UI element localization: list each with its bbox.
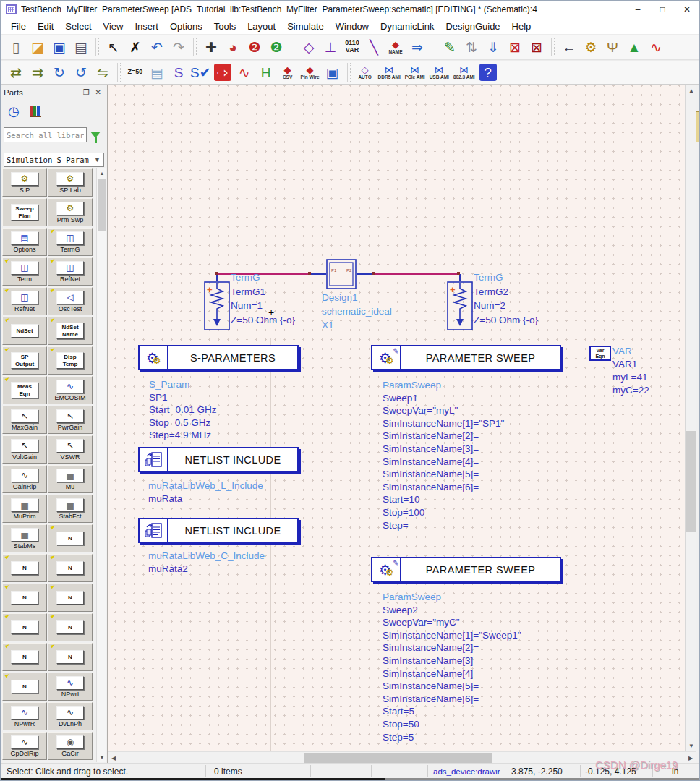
palette-item-smz1[interactable]: N: [48, 584, 93, 612]
palette-item-voltgain[interactable]: ↖VoltGain: [2, 435, 47, 464]
new-design-icon[interactable]: ▯: [6, 37, 26, 57]
rotate-ccw-icon[interactable]: ↺: [71, 62, 91, 82]
palette-item-smgam2[interactable]: N: [2, 554, 47, 582]
palette-item-ndset[interactable]: NdSet: [2, 317, 47, 345]
menu-window[interactable]: Window: [330, 20, 375, 33]
float-panel-icon[interactable]: ❐: [80, 88, 93, 96]
palette-item-npwri[interactable]: ∿NPwrI: [48, 673, 93, 701]
menu-options[interactable]: Options: [164, 20, 208, 33]
palette-item-emcosim[interactable]: ∿EMCOSIM: [48, 376, 93, 404]
parameter-sweep1-controller[interactable]: ⚙⚙✎ PARAMETER SWEEP: [371, 345, 561, 370]
data-display-icon[interactable]: ∿: [646, 37, 666, 57]
netlist-include1-controller[interactable]: NETLIST INCLUDE: [138, 447, 299, 472]
palette-item-yopt[interactable]: N: [48, 643, 93, 671]
palette-item-sm22[interactable]: N: [2, 613, 47, 641]
maximize-button[interactable]: □: [650, 1, 675, 18]
pcie-ami-icon[interactable]: ⋈PCIe AMI: [404, 62, 427, 82]
pin-wire-label-icon[interactable]: ◆Pin Wire: [299, 62, 321, 82]
palette-scrollbar-thumb[interactable]: [98, 179, 106, 231]
vertical-scrollbar-thumb[interactable]: [686, 431, 696, 532]
substrate-editor-icon[interactable]: ▤: [147, 62, 167, 82]
menu-simulate[interactable]: Simulate: [281, 20, 330, 33]
controlled-impedance-line-icon[interactable]: Z=50: [125, 62, 145, 82]
palette-item-smy1[interactable]: N: [48, 554, 93, 582]
menu-select[interactable]: Select: [59, 20, 97, 33]
pan-view-icon[interactable]: ✚: [201, 37, 221, 57]
help-icon[interactable]: ?: [479, 64, 497, 81]
palette-item-gainrip[interactable]: ∿GainRip: [2, 465, 47, 493]
optimize-icon[interactable]: ▲: [624, 37, 644, 57]
zoom-area-icon[interactable]: ◕: [223, 37, 243, 57]
print-icon[interactable]: ▤: [71, 37, 91, 57]
palette-item-ndset-name[interactable]: NdSet Name: [48, 317, 93, 345]
menu-edit[interactable]: Edit: [32, 20, 59, 33]
8023-ami-icon[interactable]: ⋈802.3 AMI: [452, 62, 477, 82]
deactivate-short-icon[interactable]: ⊠: [505, 37, 525, 57]
palette-item-smy2[interactable]: N: [2, 584, 47, 612]
wire-segment[interactable]: [310, 273, 326, 275]
wire-segment[interactable]: [374, 273, 458, 275]
parameter-sweep2-controller[interactable]: ⚙⚙✎ PARAMETER SWEEP: [371, 557, 561, 582]
schematic-canvas[interactable]: + P1 P2 + + TermG TermG1 Num=1 Z=50 Ohm …: [108, 85, 685, 751]
palette-item-smgam1[interactable]: N: [48, 524, 93, 552]
palette-item-osctest[interactable]: ◁OscTest: [48, 287, 93, 315]
delete-icon[interactable]: ✗: [125, 37, 145, 57]
select-pointer-icon[interactable]: ↖: [103, 37, 124, 57]
scroll-down-icon[interactable]: ▼: [97, 752, 107, 762]
close-button[interactable]: ✕: [675, 1, 699, 18]
palette-item-muprim[interactable]: ▅MuPrim: [2, 495, 47, 523]
activate-component-icon[interactable]: ✎: [440, 37, 460, 57]
palette-item-zin[interactable]: N: [2, 643, 47, 671]
zoom-in-x2-icon[interactable]: ❷: [244, 37, 265, 57]
design1-block-symbol[interactable]: P1 P2: [326, 259, 357, 289]
swap-component-icon[interactable]: ⇄: [6, 62, 26, 82]
insert-pin-icon[interactable]: ◇: [299, 37, 319, 57]
recent-components-icon[interactable]: ◷: [8, 105, 20, 118]
menu-help[interactable]: Help: [506, 20, 537, 33]
deactivate-open-icon[interactable]: ⊠: [526, 37, 547, 57]
palette-item-mu[interactable]: ▅Mu: [48, 465, 93, 493]
menu-designguide[interactable]: DesignGuide: [440, 20, 505, 33]
menu-dynamiclink[interactable]: DynamicLink: [375, 20, 440, 33]
canvas-horizontal-scrollbar[interactable]: ◀ ▶: [108, 751, 696, 763]
port-editor-icon[interactable]: ▣: [323, 62, 343, 82]
palette-item-pwrgain[interactable]: ↖PwrGain: [48, 406, 93, 434]
s-parameter-plot-icon[interactable]: ∿: [234, 62, 255, 82]
insert-ground-icon[interactable]: ⊥: [320, 37, 341, 57]
palette-category-dropdown[interactable]: Simulation-S_Param ▼: [4, 153, 104, 167]
scroll-right-icon[interactable]: ▶: [685, 752, 696, 764]
menu-file[interactable]: File: [5, 20, 32, 33]
auto-assign-icon[interactable]: ◇AUTO: [355, 62, 375, 82]
wire-name-icon[interactable]: ◆NAME: [385, 37, 406, 57]
save-design-icon[interactable]: ▣: [49, 37, 69, 57]
zoom-out-x2-icon[interactable]: ❷: [266, 37, 286, 57]
s-parameter-block-icon[interactable]: S: [168, 62, 189, 82]
push-into-hierarchy-icon[interactable]: ←: [559, 37, 579, 57]
rotate-component-icon[interactable]: ↻: [49, 62, 69, 82]
palette-item-options[interactable]: ▤Options: [2, 228, 47, 256]
deactivate-component-icon[interactable]: ⇅: [461, 37, 482, 57]
parts-search-input[interactable]: [4, 127, 87, 142]
netlist-include2-controller[interactable]: NETLIST INCLUDE: [138, 518, 299, 543]
palette-item-vswr[interactable]: ↖VSWR: [48, 435, 93, 464]
palette-item-refnet[interactable]: ◫RefNet: [48, 257, 93, 286]
palette-item-sweep-plan[interactable]: Sweep Plan: [2, 198, 47, 226]
palette-item-disp-temp[interactable]: Disp Temp: [48, 346, 93, 375]
csv-export-icon[interactable]: ◆CSV: [278, 62, 298, 82]
palette-item-gpdelrip[interactable]: ∿GpDelRip: [2, 732, 47, 760]
undo-icon[interactable]: ↶: [147, 37, 167, 57]
scroll-up-icon[interactable]: ▲: [686, 85, 697, 96]
tune-parameters-icon[interactable]: Ψ: [602, 37, 623, 57]
library-browser-icon[interactable]: [30, 106, 41, 117]
palette-item-refnet[interactable]: ◫RefNet: [2, 287, 47, 315]
palette-item-stabfct[interactable]: ▅StabFct: [48, 495, 93, 523]
usb-ami-icon[interactable]: ⋈USB AMI: [428, 62, 451, 82]
scroll-down-icon[interactable]: ▼: [686, 740, 697, 751]
menu-view[interactable]: View: [98, 20, 129, 33]
simulate-icon[interactable]: ⚙: [581, 37, 601, 57]
palette-item-term[interactable]: ◫Term: [2, 257, 47, 286]
palette-item-sp-lab[interactable]: ⚙SP Lab: [48, 168, 93, 197]
palette-item-npwrr[interactable]: ∿NPwrR: [2, 702, 47, 730]
palette-item-gacir[interactable]: ◉GaCir: [48, 732, 93, 760]
palette-item-termg[interactable]: ◫TermG: [48, 228, 93, 256]
